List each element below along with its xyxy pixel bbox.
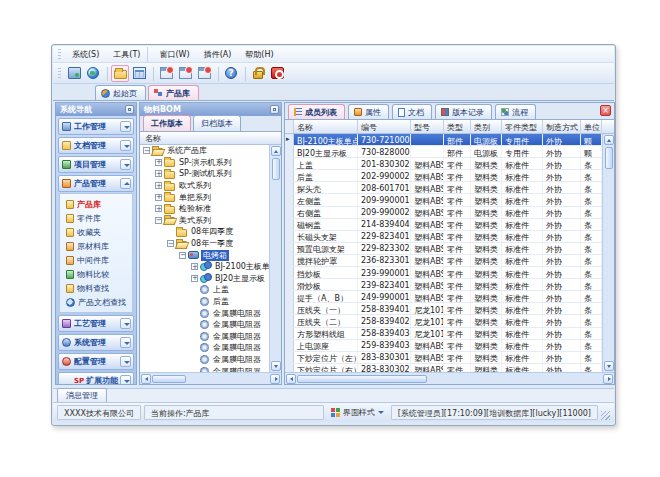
bom-version-tab[interactable]: 归档版本 bbox=[193, 115, 241, 131]
table-row[interactable]: 上电源座 259-839403-00X 塑料ABS 零件 塑料类 标准件 外协 … bbox=[285, 340, 602, 352]
tree-node[interactable]: 金属膜电阻器 bbox=[140, 319, 269, 331]
tree-node[interactable]: 金属膜电阻器 bbox=[140, 331, 269, 343]
close-window-icon[interactable] bbox=[195, 65, 213, 82]
chevron-down-icon[interactable] bbox=[120, 140, 131, 151]
table-row[interactable]: 压线夹（二） 258-839402-00X 尼龙1010 零件 塑料类 标准件 … bbox=[285, 315, 602, 327]
chevron-down-icon[interactable] bbox=[120, 121, 131, 132]
sidebar-section-header-product[interactable]: 产品管理 bbox=[58, 175, 134, 192]
tree-node[interactable]: 系统产品库 bbox=[140, 145, 269, 157]
tree-toggle-icon[interactable] bbox=[191, 263, 198, 270]
exit-icon[interactable] bbox=[268, 65, 286, 82]
sidebar-section-header[interactable]: 工作管理 bbox=[58, 118, 134, 135]
tree-node[interactable]: 08年一季度 bbox=[140, 238, 269, 250]
menu-item[interactable]: 系统(S) bbox=[65, 47, 106, 62]
web-icon[interactable] bbox=[84, 65, 102, 82]
tree-node[interactable]: BJ-2100主板单点 bbox=[140, 261, 269, 273]
bom-version-tab[interactable]: 工作版本 bbox=[143, 115, 191, 131]
table-row[interactable]: 挡炒板 239-990001-01X 塑料ABS 零件 塑料类 标准件 外协 条 bbox=[285, 267, 602, 279]
sidebar-item[interactable]: 物料比较 bbox=[66, 267, 132, 281]
tree-toggle-icon[interactable] bbox=[167, 240, 174, 247]
sidebar-item[interactable]: 收藏夹 bbox=[66, 225, 132, 239]
close-icon[interactable] bbox=[600, 105, 611, 116]
tree-node[interactable]: 电烤箱 bbox=[140, 249, 269, 261]
tree-node[interactable]: SP-演示机系列 bbox=[140, 157, 269, 169]
column-header[interactable]: 零件类型 bbox=[502, 120, 543, 133]
column-header[interactable]: 编号 bbox=[358, 120, 411, 133]
chevron-down-icon[interactable] bbox=[120, 356, 131, 367]
table-row[interactable]: 长磁头支架 229-823401-00X 塑料ABS 零件 塑料类 标准件 外协… bbox=[285, 231, 602, 243]
member-panel-tab[interactable]: 流程 bbox=[495, 104, 536, 119]
chevron-up-icon[interactable] bbox=[120, 178, 131, 189]
tree-node[interactable]: 欧式系列 bbox=[140, 180, 269, 192]
column-header[interactable]: 名称 bbox=[294, 120, 358, 133]
scroll-left-arrow[interactable] bbox=[286, 374, 296, 384]
tree-node[interactable]: 上盖 bbox=[140, 284, 269, 296]
table-row[interactable]: 搅拌轮护罩 236-823301-00X 塑料ABS 零件 塑料类 标准件 外协… bbox=[285, 255, 602, 267]
open-library-icon[interactable] bbox=[111, 65, 129, 82]
sidebar-item[interactable]: 产品文档查找 bbox=[66, 295, 132, 309]
scroll-down-arrow[interactable] bbox=[271, 361, 281, 371]
tree-toggle-icon[interactable] bbox=[155, 182, 162, 189]
table-row[interactable]: 后盖 202-990002-01X 塑料ABS 零件 塑料类 标准件 外协 条 bbox=[285, 170, 602, 182]
table-row[interactable]: 预置电源支架 229-823302-00X 塑料ABS 零件 塑料类 标准件 外… bbox=[285, 243, 602, 255]
arrange-window-icon[interactable] bbox=[176, 65, 194, 82]
member-panel-tab[interactable]: 属性 bbox=[348, 104, 389, 119]
sidebar-section-header[interactable]: SP 扩展功能 bbox=[58, 372, 134, 384]
column-header[interactable]: 型号 bbox=[411, 120, 444, 133]
tree-node[interactable]: 金属膜电阻器 bbox=[140, 354, 269, 366]
tree-node[interactable]: 后盖 bbox=[140, 296, 269, 308]
scroll-right-arrow[interactable] bbox=[270, 374, 280, 384]
scroll-right-arrow[interactable] bbox=[603, 374, 613, 384]
sidebar-item[interactable]: 中间件库 bbox=[66, 253, 132, 267]
member-panel-tab[interactable]: 成员列表 bbox=[288, 104, 345, 119]
tree-toggle-icon[interactable] bbox=[179, 252, 186, 259]
tree-node[interactable]: SP-测试机系列 bbox=[140, 168, 269, 180]
column-header[interactable]: 制造方式 bbox=[543, 120, 581, 133]
tree-toggle-icon[interactable] bbox=[155, 217, 162, 224]
message-management-tab[interactable]: 消息管理 bbox=[57, 388, 107, 402]
sidebar-section-header[interactable]: 工艺管理 bbox=[58, 315, 134, 332]
tree-node[interactable]: BJ20主显示板 bbox=[140, 273, 269, 285]
sidebar-item[interactable]: 原材料库 bbox=[66, 239, 132, 253]
table-row[interactable]: 方形塑料线组 258-839403-00X 尼龙1010 零件 塑料类 标准件 … bbox=[285, 328, 602, 340]
scroll-up-arrow[interactable] bbox=[604, 135, 614, 145]
table-row[interactable]: BJ-2100主板单点 730-721000-12X 部件 电源板 专用件 外协… bbox=[285, 134, 602, 146]
sidebar-item[interactable]: 产品库 bbox=[66, 197, 132, 211]
sidebar-section-header[interactable]: 项目管理 bbox=[58, 156, 134, 173]
tree-vertical-scrollbar[interactable] bbox=[269, 145, 281, 372]
table-horizontal-scrollbar[interactable] bbox=[285, 372, 614, 384]
table-row[interactable]: 压线夹（一） 258-839401-00X 尼龙1010 零件 塑料类 标准件 … bbox=[285, 303, 602, 315]
chevron-down-icon[interactable] bbox=[120, 337, 131, 348]
menu-item[interactable]: 窗口(W) bbox=[152, 47, 196, 62]
bom-pin-button[interactable] bbox=[270, 105, 279, 114]
table-row[interactable]: 滑炒板 239-823401-00X 塑料ABS 零件 塑料类 标准件 外协 条 bbox=[285, 279, 602, 291]
ui-style-dropdown[interactable]: 界面样式 bbox=[327, 405, 388, 420]
scroll-left-arrow[interactable] bbox=[141, 374, 151, 384]
resize-grip[interactable] bbox=[601, 411, 610, 420]
scroll-down-arrow[interactable] bbox=[604, 361, 614, 371]
sidebar-item[interactable]: 物料查找 bbox=[66, 281, 132, 295]
tree-toggle-icon[interactable] bbox=[143, 147, 150, 154]
tree-node[interactable]: 金属膜电阻器 bbox=[140, 365, 269, 372]
table-row[interactable]: 提手（A、B） 249-990001-01X 塑料ABS 零件 塑料类 标准件 … bbox=[285, 291, 602, 303]
scroll-thumb[interactable] bbox=[272, 158, 280, 180]
menu-item[interactable]: 工具(T) bbox=[106, 47, 148, 62]
tree-node[interactable]: 检验标准 bbox=[140, 203, 269, 215]
sidebar-section-header[interactable]: 系统管理 bbox=[58, 334, 134, 351]
document-tab[interactable]: 起始页 bbox=[95, 85, 146, 100]
table-row[interactable]: 左侧盖 209-990001-01X 塑料ABS 零件 塑料类 标准件 外协 条 bbox=[285, 194, 602, 206]
tree-toggle-icon[interactable] bbox=[155, 205, 162, 212]
scroll-thumb[interactable] bbox=[297, 375, 427, 383]
workspace-icon[interactable] bbox=[65, 65, 83, 82]
scroll-thumb[interactable] bbox=[605, 147, 613, 169]
table-row[interactable]: 磁钢盖 214-839404-01X 塑料ABS 零件 塑料类 标准件 外协 条 bbox=[285, 219, 602, 231]
lock-icon[interactable] bbox=[249, 65, 267, 82]
table-row[interactable]: BJ20主显示板 730-828000-04X 部件 电源板 专用件 外协 颗 bbox=[285, 146, 602, 158]
chevron-down-icon[interactable] bbox=[120, 375, 131, 384]
toolbar-grip[interactable] bbox=[58, 68, 61, 79]
sidebar-pin-button[interactable] bbox=[125, 105, 134, 114]
tree-node[interactable]: 金属膜电阻器 bbox=[140, 342, 269, 354]
column-header[interactable]: 类型 bbox=[444, 120, 471, 133]
sidebar-section-header[interactable]: 配置管理 bbox=[58, 353, 134, 370]
table-row[interactable]: 上盖 201-830302-00X 塑料ABS 零件 塑料类 标准件 外协 条 bbox=[285, 158, 602, 170]
